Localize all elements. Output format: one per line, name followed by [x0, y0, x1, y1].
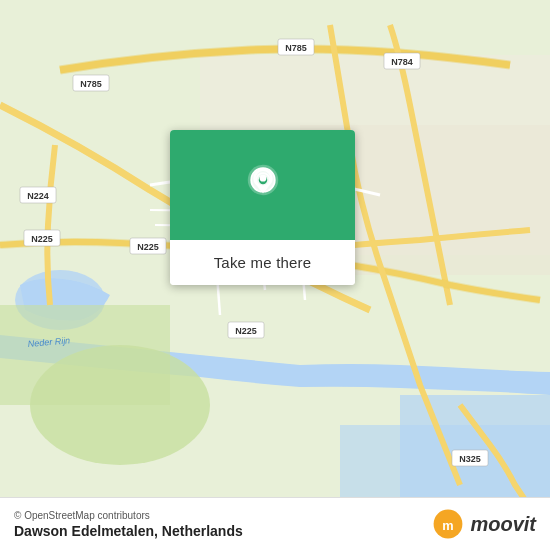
svg-text:N225: N225 [235, 326, 257, 336]
bottom-left: © OpenStreetMap contributors Dawson Edel… [14, 510, 243, 539]
map-container: N785 N785 N784 N224 N225 N225 N225 N325 … [0, 0, 550, 550]
svg-text:N224: N224 [27, 191, 49, 201]
bottom-bar: © OpenStreetMap contributors Dawson Edel… [0, 497, 550, 550]
moovit-text: moovit [470, 513, 536, 536]
svg-text:N325: N325 [459, 454, 481, 464]
svg-point-29 [259, 175, 266, 182]
svg-text:N225: N225 [137, 242, 159, 252]
moovit-logo-icon: m [432, 508, 464, 540]
svg-text:N785: N785 [285, 43, 307, 53]
location-name: Dawson Edelmetalen, Netherlands [14, 523, 243, 539]
svg-text:N785: N785 [80, 79, 102, 89]
moovit-logo: m moovit [432, 508, 536, 540]
popup-header [170, 130, 355, 240]
svg-rect-7 [0, 305, 170, 405]
popup-card: Take me there [170, 130, 355, 285]
svg-text:m: m [443, 518, 454, 533]
svg-text:N784: N784 [391, 57, 413, 67]
take-me-there-button[interactable]: Take me there [170, 240, 355, 285]
svg-text:N225: N225 [31, 234, 53, 244]
osm-credit: © OpenStreetMap contributors [14, 510, 243, 521]
location-pin-icon [241, 163, 285, 207]
